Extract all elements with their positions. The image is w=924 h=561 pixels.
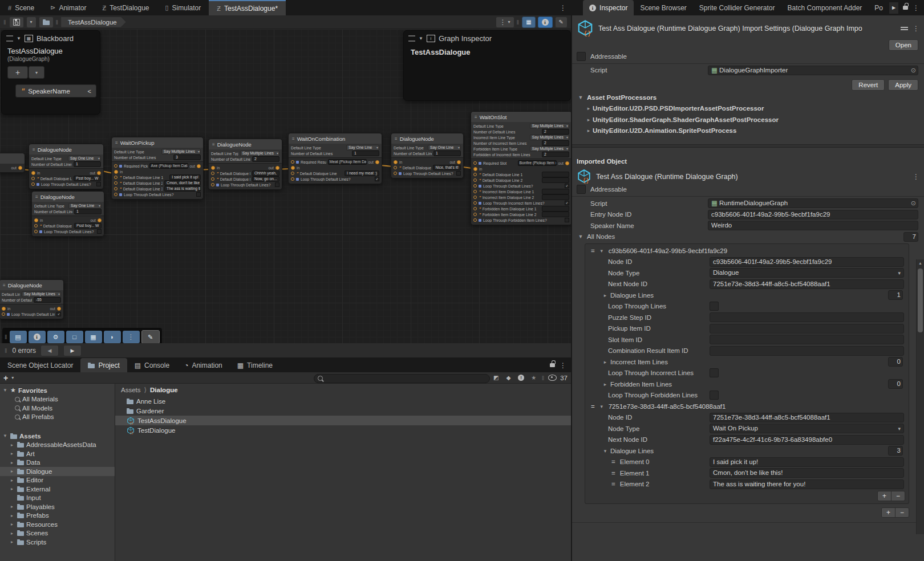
line-port-icon[interactable]: [211, 172, 214, 175]
property-field[interactable]: c93b5606-401f-49a2-99b5-9ecbf1fa9c29: [710, 257, 904, 267]
script-field[interactable]: ▦ DialogueGraphImporter⊙: [708, 66, 918, 75]
chevron-right-icon[interactable]: ▸: [9, 469, 15, 474]
property-field[interactable]: [710, 312, 904, 322]
chevron-right-icon[interactable]: ▸: [9, 513, 15, 518]
folder-item-scenes[interactable]: ▸Scenes: [0, 529, 115, 538]
file-item-testdialogue[interactable]: {}TestDialogue: [115, 425, 571, 435]
speaker-name-field[interactable]: Weirdo: [708, 221, 918, 230]
postprocessor-item[interactable]: ▸UnityEditor.ShaderGraph.ShaderGraphAsse…: [572, 114, 924, 125]
foldout-arrow-icon[interactable]: ▼: [577, 234, 585, 239]
node-checkbox[interactable]: ✓: [375, 177, 379, 181]
bool-port-icon[interactable]: [473, 184, 477, 188]
node-checkbox[interactable]: [565, 218, 569, 222]
reorder-handle-icon[interactable]: =: [591, 247, 595, 254]
line-port-icon[interactable]: [394, 166, 397, 169]
tab-timeline[interactable]: ▦Timeline: [230, 358, 280, 372]
presets-icon[interactable]: [901, 26, 908, 31]
node-checkbox[interactable]: ✓: [56, 312, 61, 316]
node-number-field[interactable]: 1: [74, 209, 102, 214]
chevron-down-icon[interactable]: ▼: [17, 36, 21, 41]
revert-button[interactable]: Revert: [852, 79, 885, 91]
graph-node-waitonpickup[interactable]: ≡WaitOnPickupDefault Line TypeSay Multip…: [111, 137, 204, 200]
minimap-button[interactable]: ◗: [104, 331, 121, 343]
property-field[interactable]: [710, 335, 904, 344]
node-text-field[interactable]: Psst boy... W: [74, 176, 101, 181]
property-dropdown[interactable]: Dialogue: [710, 268, 904, 278]
output-port-icon[interactable]: [275, 166, 279, 170]
chevron-down-icon[interactable]: ▼: [2, 388, 8, 393]
folder-item-addressableassetsdata[interactable]: ▸AddressableAssetsData: [0, 441, 115, 450]
inspector-tab-scene-browser[interactable]: Scene Browser: [634, 0, 692, 15]
previous-error-button[interactable]: ◀: [40, 345, 59, 356]
inspector-menu-icon[interactable]: ⋮: [913, 4, 924, 12]
node-text-field[interactable]: [542, 172, 569, 177]
node-number-field[interactable]: 2: [542, 152, 569, 157]
doc-tab-animator[interactable]: ⊳Animator: [42, 0, 94, 15]
folder-item-prefabs[interactable]: ▸Prefabs: [0, 511, 115, 521]
node-checkbox[interactable]: ✓: [565, 184, 569, 188]
object-port-icon[interactable]: [114, 164, 117, 168]
node-title[interactable]: ≡DialogueNode: [29, 144, 103, 155]
panel-grip-icon[interactable]: [6, 35, 13, 42]
bool-port-icon[interactable]: [114, 193, 117, 196]
folder-item-resources[interactable]: ▸Resources: [0, 520, 115, 529]
line-port-icon[interactable]: [473, 178, 477, 182]
reorder-handle-icon[interactable]: =: [611, 470, 615, 477]
collapse-icon[interactable]: <: [88, 88, 91, 95]
graph-node-startnode[interactable]: ≡StartNodeberVariancout: [0, 153, 25, 173]
property-checkbox[interactable]: [710, 368, 719, 377]
node-dropdown[interactable]: Say One Line: [68, 156, 101, 161]
script-field[interactable]: ▦ RuntimeDialogueGraph⊙: [708, 198, 918, 208]
postprocessor-item[interactable]: ▸UnityEditor.U2D.PSD.PSDImporterAssetPos…: [572, 103, 924, 115]
file-item-anne-lise[interactable]: Anne Lise: [115, 396, 571, 406]
array-size-field[interactable]: 1: [888, 290, 903, 300]
open-button[interactable]: Open: [889, 39, 918, 51]
graph-node-waitonslot[interactable]: ≡WaitOnSlotDefault Line TypeSay Multiple…: [471, 111, 571, 225]
line-port-icon[interactable]: [473, 207, 477, 210]
edit-toggle-button[interactable]: ✎: [555, 17, 568, 28]
output-port-icon[interactable]: [565, 161, 569, 165]
graph-breadcrumb[interactable]: TestAssDialogue: [61, 17, 126, 27]
graph-inspector-toggle-button[interactable]: i: [538, 17, 553, 28]
graph-node-dialoguenode[interactable]: ≡DialogueNodeDefault Line TypeSay Multip…: [208, 139, 282, 190]
node-text-field[interactable]: I need my meat :): [345, 170, 379, 176]
breadcrumb-current[interactable]: Dialogue: [150, 387, 178, 393]
property-dropdown[interactable]: Wait On Pickup: [710, 424, 904, 433]
node-dropdown[interactable]: Say One Line: [68, 203, 102, 209]
node-object-field[interactable]: Bonfire (Pickup Item ⊙: [518, 160, 557, 166]
bool-port-icon[interactable]: [394, 172, 397, 175]
chevron-down-icon[interactable]: ▾: [601, 448, 609, 454]
tab-console[interactable]: ▤Console: [127, 358, 177, 372]
node-dropdown[interactable]: Say Multiple Lines: [161, 149, 201, 155]
assets-root[interactable]: ▼Assets: [0, 432, 115, 441]
node-number-field[interactable]: 1: [352, 151, 379, 156]
node-text-field[interactable]: I said pick it up!: [169, 174, 201, 180]
output-port-icon[interactable]: [97, 171, 101, 175]
bool-port-icon[interactable]: [473, 218, 477, 222]
property-field[interactable]: [710, 346, 904, 356]
save-search-icon[interactable]: ★: [529, 375, 538, 381]
node-number-field[interactable]: 2: [542, 129, 569, 135]
property-field[interactable]: 7251e73e-38d3-44ff-a8c5-bcf54088aaf1: [710, 413, 904, 422]
favorites-header[interactable]: ▼★Favorites: [0, 386, 115, 395]
save-button[interactable]: [9, 17, 24, 28]
line-port-icon[interactable]: [114, 176, 117, 179]
remove-node-button[interactable]: −: [895, 508, 909, 517]
node-text-field[interactable]: The ass is waiting there for y: [164, 186, 201, 192]
file-item-gardener[interactable]: Gardener: [115, 406, 571, 416]
element-field[interactable]: The ass is waiting there for you!: [710, 479, 904, 489]
line-port-icon[interactable]: [473, 173, 477, 176]
input-port-icon[interactable]: [2, 307, 6, 311]
add-node-button[interactable]: +: [882, 508, 895, 517]
folder-item-scripts[interactable]: ▸Scripts: [0, 538, 115, 547]
favorite-item-all-models[interactable]: All Models: [0, 404, 115, 413]
chevron-right-icon[interactable]: ▸: [585, 117, 593, 123]
pane-menu-icon[interactable]: ⋮: [555, 4, 571, 12]
entry-node-id-field[interactable]: c93b5606-401f-49a2-99b5-9ecbf1fa9c29: [708, 210, 918, 219]
line-port-icon[interactable]: [114, 181, 117, 185]
chevron-down-icon[interactable]: ▾: [598, 404, 606, 409]
object-picker-icon[interactable]: ⊙: [911, 199, 916, 208]
add-variable-button[interactable]: +: [7, 66, 28, 79]
reorder-handle-icon[interactable]: =: [611, 458, 615, 465]
node-title[interactable]: ≡DialogueNode: [32, 192, 104, 202]
